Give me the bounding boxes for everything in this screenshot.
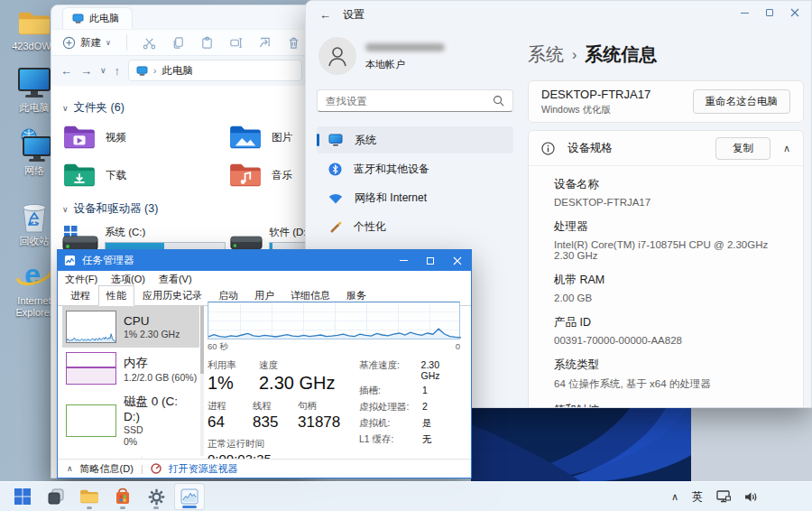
drives-header-label: 设备和驱动器 (3): [74, 201, 159, 217]
copy-icon[interactable]: [171, 36, 185, 50]
rename-pc-button[interactable]: 重命名这台电脑: [693, 89, 791, 114]
folder-label: 视频: [106, 131, 126, 144]
menu-options[interactable]: 选项(O): [111, 273, 145, 286]
spec-label: 设备名称: [554, 177, 790, 192]
virtual-processors-value: 2: [422, 401, 428, 413]
folder-item-music[interactable]: 音乐: [228, 162, 311, 189]
folder-item-videos[interactable]: 视频: [62, 124, 228, 151]
taskbar-apps: [7, 482, 205, 511]
perf-item-ethernet[interactable]: 以太网 Ethernet0 发送: 0 接收: 0 Kbps: [62, 451, 199, 458]
running-indicator: [120, 506, 125, 509]
show-hidden-icons-chevron[interactable]: ∧: [671, 491, 678, 503]
explorer-tab-label: 此电脑: [89, 12, 119, 25]
explorer-tab-this-pc[interactable]: 此电脑: [62, 7, 133, 29]
chevron-up-icon[interactable]: ∧: [783, 143, 790, 154]
nav-item-label: 系统: [355, 133, 376, 148]
internet-explorer-icon: e: [14, 258, 54, 293]
address-text: 此电脑: [161, 64, 193, 78]
taskbar-settings[interactable]: [141, 483, 171, 510]
music-folder-icon: [228, 162, 263, 189]
taskbar-task-manager[interactable]: [174, 483, 205, 510]
folders-group-header[interactable]: ∨ 文件夹 (6): [62, 100, 311, 116]
menu-file[interactable]: 文件(F): [65, 273, 97, 286]
back-icon[interactable]: ←: [319, 8, 331, 22]
history-chevron-icon[interactable]: ∨: [100, 66, 106, 75]
taskbar-file-explorer[interactable]: [74, 483, 105, 510]
gear-icon: [148, 488, 165, 506]
axis-left-label: 60 秒: [208, 341, 228, 353]
cpu-usage-graph: [208, 302, 460, 339]
tab-performance[interactable]: 性能: [98, 285, 134, 306]
minimize-button[interactable]: [390, 250, 417, 271]
perf-item-sub2: 0%: [124, 436, 196, 447]
menu-view[interactable]: 查看(V): [159, 273, 192, 286]
sidebar-scrollbar[interactable]: [200, 306, 204, 456]
nav-item-bluetooth[interactable]: 蓝牙和其他设备: [317, 155, 513, 182]
nav-item-personalization[interactable]: 个性化: [317, 213, 513, 240]
spec-value: DESKTOP-FTRJA17: [554, 197, 790, 208]
perf-item-disk[interactable]: 磁盘 0 (C: D:) SSD 0%: [62, 389, 199, 451]
ime-indicator[interactable]: 英: [692, 489, 703, 505]
device-name-card: DESKTOP-FTRJA17 Windows 优化版 重命名这台电脑: [528, 80, 804, 123]
open-resource-monitor-link[interactable]: 打开资源监视器: [169, 462, 238, 476]
chevron-down-icon: ∨: [62, 104, 69, 113]
perf-sidebar: CPU 1% 2.30 GHz 内存 1.2/2.0 GB (60%) 磁盘 0…: [62, 306, 199, 458]
maximize-button[interactable]: [417, 250, 444, 271]
spec-row-ram: 机带 RAM 2.00 GB: [554, 273, 790, 303]
nav-item-system[interactable]: 系统: [317, 126, 513, 153]
spec-card-header[interactable]: 设备规格 复制 ∧: [529, 131, 803, 165]
start-button[interactable]: [7, 483, 38, 510]
new-button[interactable]: 新建 ∨: [62, 36, 111, 50]
spec-rows: 设备名称 DESKTOP-FTRJA17 处理器 Intel(R) Core(T…: [529, 165, 803, 408]
perf-item-title: 磁盘 0 (C: D:): [124, 394, 196, 423]
back-icon[interactable]: ←: [60, 64, 72, 78]
close-button[interactable]: [782, 3, 807, 23]
this-pc-icon: [16, 65, 52, 99]
virtual-processors-label: 虚拟处理器:: [359, 401, 422, 413]
task-manager-window: 任务管理器 文件(F) 选项(O) 查看(V) 进程 性能 应用历史记录 启动 …: [57, 249, 472, 478]
delete-icon[interactable]: [287, 36, 300, 50]
spec-value: 00391-70000-00000-AA828: [554, 335, 790, 346]
minimize-button[interactable]: [732, 3, 757, 23]
scrollbar-thumb[interactable]: [200, 306, 204, 374]
spec-row-system-type: 系统类型 64 位操作系统, 基于 x64 的处理器: [554, 358, 790, 391]
fewer-details-toggle[interactable]: 简略信息(D): [80, 462, 134, 476]
maximize-button[interactable]: [757, 3, 782, 23]
task-view-button[interactable]: [41, 483, 71, 510]
drives-group-header[interactable]: ∨ 设备和驱动器 (3): [62, 201, 311, 217]
tab-app-history[interactable]: 应用历史记录: [134, 285, 210, 306]
plus-circle-icon: [62, 36, 76, 50]
close-icon: [790, 8, 799, 17]
system-drive-icon: [62, 225, 98, 252]
settings-search-box[interactable]: [317, 89, 513, 112]
up-icon[interactable]: ↑: [115, 64, 121, 78]
data-drive-icon: [230, 225, 263, 252]
perf-item-memory[interactable]: 内存 1.2/2.0 GB (60%): [62, 348, 199, 389]
folders-grid: 视频 图片 下载 音乐: [62, 124, 311, 189]
forward-icon[interactable]: →: [80, 64, 92, 78]
close-button[interactable]: [444, 250, 471, 271]
chevron-up-icon[interactable]: ∧: [67, 464, 73, 473]
rename-icon[interactable]: [229, 36, 243, 50]
account-section[interactable]: 本地帐户: [318, 37, 513, 75]
search-input[interactable]: [326, 96, 493, 107]
paste-icon[interactable]: [200, 36, 214, 50]
breadcrumb-separator: ›: [153, 66, 156, 76]
perf-item-cpu[interactable]: CPU 1% 2.30 GHz: [62, 306, 199, 348]
copy-button[interactable]: 复制: [715, 137, 770, 160]
folder-item-downloads[interactable]: 下载: [62, 162, 228, 189]
share-icon[interactable]: [258, 36, 272, 50]
handles-label: 句柄: [298, 400, 340, 413]
folder-item-pictures[interactable]: 图片: [228, 124, 311, 151]
tab-processes[interactable]: 进程: [62, 285, 98, 306]
breadcrumb-parent[interactable]: 系统: [528, 42, 564, 67]
nav-item-network[interactable]: 网络和 Internet: [317, 184, 513, 211]
maximize-icon: [766, 9, 773, 16]
taskbar-store[interactable]: [107, 483, 138, 510]
address-bar[interactable]: › 此电脑: [128, 60, 302, 81]
cut-icon[interactable]: [143, 36, 156, 50]
network-tray-icon[interactable]: [716, 490, 731, 503]
volume-icon[interactable]: [744, 491, 758, 503]
device-name: DESKTOP-FTRJA17: [541, 88, 651, 101]
task-manager-icon: [180, 488, 198, 505]
